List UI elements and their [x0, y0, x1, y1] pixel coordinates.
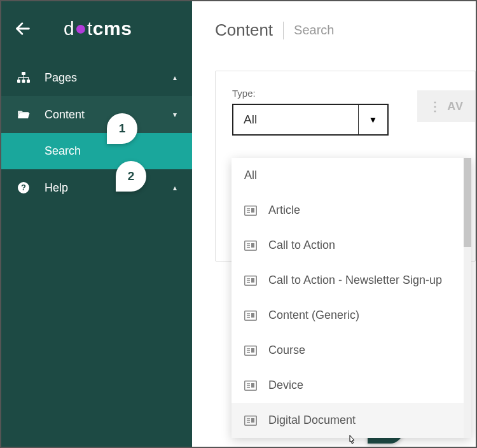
sidebar-item-label: Search [45, 144, 177, 158]
svg-rect-38 [245, 381, 257, 390]
svg-rect-17 [251, 208, 254, 213]
svg-rect-28 [245, 311, 257, 320]
svg-rect-33 [245, 346, 257, 355]
svg-rect-13 [245, 206, 257, 215]
dropdown-option-all[interactable]: All [232, 158, 471, 193]
svg-rect-8 [28, 77, 29, 80]
dropdown-option-cta[interactable]: Call to Action [232, 228, 471, 263]
content-type-icon [244, 206, 257, 216]
annotation-badge-1: 1 [107, 113, 137, 144]
dropdown-option-label: Device [268, 379, 303, 392]
chevron-down-icon: ▼ [358, 105, 387, 134]
chevron-down-icon: ▾ [173, 110, 177, 119]
svg-rect-23 [245, 276, 257, 285]
app-root: d●tcms Pages ▴ Content ▾ Search ? Help [1, 1, 476, 447]
folder-open-icon [17, 108, 31, 122]
svg-text:?: ? [21, 183, 26, 192]
svg-rect-1 [22, 72, 25, 75]
sidebar-item-label: Pages [45, 71, 173, 85]
svg-rect-37 [251, 348, 254, 353]
dropdown-option-digital-document[interactable]: Digital Document [232, 403, 471, 438]
dropdown-option-article[interactable]: Article [232, 193, 471, 228]
type-select-value: All [233, 113, 358, 127]
dropdown-option-label: Article [268, 204, 300, 217]
back-arrow-icon[interactable] [14, 20, 32, 38]
page-subtitle: Search [294, 23, 334, 38]
svg-rect-47 [251, 418, 254, 423]
type-select[interactable]: All ▼ [232, 104, 389, 136]
dropdown-option-device[interactable]: Device [232, 368, 471, 403]
svg-rect-4 [27, 80, 30, 83]
content-type-icon [244, 241, 257, 251]
logo-text: t [87, 18, 93, 39]
svg-rect-22 [251, 243, 254, 248]
logo-text: cms [93, 18, 132, 39]
svg-rect-9 [24, 77, 24, 80]
sidebar-item-label: Help [45, 181, 173, 195]
page-title: Content [215, 20, 273, 40]
header-divider [283, 22, 284, 39]
logo: d●tcms [64, 17, 132, 40]
svg-rect-7 [18, 77, 19, 80]
dropdown-option-course[interactable]: Course [232, 333, 471, 368]
dropdown-option-content-generic[interactable]: Content (Generic) [232, 298, 471, 333]
sidebar-item-label: Content [45, 108, 173, 122]
question-icon: ? [17, 181, 31, 195]
dropdown-option-label: Call to Action - Newsletter Sign-up [268, 274, 442, 287]
svg-rect-3 [22, 80, 25, 83]
dropdown-option-cta-newsletter[interactable]: Call to Action - Newsletter Sign-up [232, 263, 471, 298]
dropdown-option-label: Content (Generic) [268, 309, 359, 322]
sidebar-item-help[interactable]: ? Help ▴ [1, 169, 192, 206]
more-vert-icon: ⋮ [429, 99, 441, 114]
annotation-badge-2: 2 [116, 161, 146, 192]
content-type-icon [244, 416, 257, 426]
sidebar-item-pages[interactable]: Pages ▴ [1, 59, 192, 96]
sitemap-icon [17, 71, 31, 85]
content-type-icon [244, 381, 257, 391]
sidebar: d●tcms Pages ▴ Content ▾ Search ? Help [1, 1, 192, 447]
type-dropdown: All Article Call to Action Call to Actio… [232, 158, 471, 438]
svg-rect-18 [245, 241, 257, 250]
svg-rect-42 [251, 383, 254, 388]
logo-text: d [64, 18, 74, 39]
chevron-up-icon: ▴ [173, 183, 177, 192]
sidebar-item-search[interactable]: Search [1, 133, 192, 169]
dropdown-option-label: Call to Action [268, 239, 335, 252]
logo-dot-icon: ● [74, 17, 87, 39]
dropdown-option-label: All [244, 169, 257, 182]
sidebar-header: d●tcms [1, 1, 192, 59]
chevron-up-icon: ▴ [173, 73, 177, 82]
content-type-icon [244, 276, 257, 286]
button-label: AV [447, 100, 464, 113]
dropdown-option-label: Digital Document [268, 414, 356, 427]
svg-rect-27 [251, 278, 254, 283]
sidebar-item-content[interactable]: Content ▾ [1, 96, 192, 133]
page-header: Content Search [192, 1, 476, 59]
svg-rect-32 [251, 313, 254, 318]
svg-rect-2 [17, 80, 20, 83]
dropdown-option-label: Course [268, 344, 305, 357]
svg-rect-43 [245, 416, 257, 425]
content-type-icon [244, 346, 257, 356]
available-actions-button[interactable]: ⋮ AV [417, 90, 475, 122]
content-type-icon [244, 311, 257, 321]
dropdown-scrollbar-thumb[interactable] [464, 158, 471, 247]
